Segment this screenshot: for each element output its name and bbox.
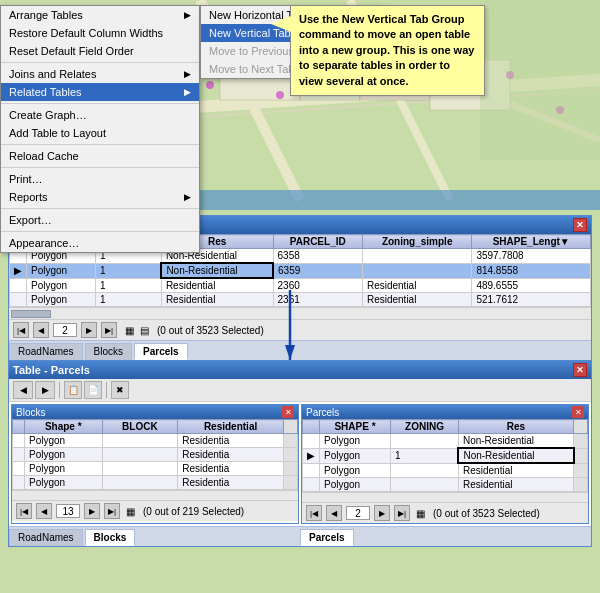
cell-scroll-placeholder	[284, 448, 298, 462]
menu-divider-6	[1, 231, 199, 232]
cell-shape-length: 521.7612	[472, 293, 591, 307]
cell-shape: Polygon	[27, 293, 96, 307]
svg-point-10	[206, 81, 214, 89]
cell-res: Non-Residential	[458, 448, 573, 463]
blocks-h-scrollbar[interactable]	[12, 490, 298, 500]
h-scrollbar-thumb[interactable]	[11, 310, 51, 318]
toolbar-btn-1[interactable]: ◀	[13, 381, 33, 399]
parcels-close-button[interactable]: ✕	[573, 218, 587, 232]
toolbar-btn-3[interactable]: 📋	[64, 381, 82, 399]
cell-residential: Residentia	[178, 448, 284, 462]
parcels-inner-title-text: Parcels	[306, 407, 339, 418]
row-indicator: ▶	[10, 263, 27, 278]
menu-item-related[interactable]: Related Tables ▶	[1, 83, 199, 101]
blocks-col-block[interactable]: BLOCK	[102, 420, 178, 434]
parcels-inner-nav-next[interactable]: ▶	[374, 505, 390, 521]
arrow-icon-4: ▶	[184, 192, 191, 202]
cell-scroll-placeholder	[574, 434, 588, 449]
tab-parcels-bottom[interactable]: Parcels	[300, 529, 354, 546]
right-tab-bar: Parcels	[300, 526, 591, 546]
blocks-nav-input[interactable]	[56, 504, 80, 518]
parcels-inner-title: Parcels ✕	[302, 405, 588, 419]
blocks-nav-first[interactable]: |◀	[16, 503, 32, 519]
blocks-title-text: Blocks	[16, 407, 45, 418]
cell-zoning	[391, 434, 459, 449]
cell-res: Residential	[161, 278, 273, 293]
menu-item-reload[interactable]: Reload Cache	[1, 147, 199, 165]
menu-item-restore-widths[interactable]: Restore Default Column Widths	[1, 24, 199, 42]
cell-shape: Polygon	[320, 478, 391, 492]
toolbar-btn-5[interactable]: ✖	[111, 381, 129, 399]
toolbar-btn-4[interactable]: 📄	[84, 381, 102, 399]
menu-item-joins[interactable]: Joins and Relates ▶	[1, 65, 199, 83]
menu-item-create-graph[interactable]: Create Graph…	[1, 106, 199, 124]
menu-item-arrange-tables[interactable]: Arrange Tables ▶	[1, 6, 199, 24]
nav-last-btn[interactable]: ▶|	[101, 322, 117, 338]
table-parcels-close-btn[interactable]: ✕	[573, 363, 587, 377]
table-parcels-title: Table - Parcels	[13, 364, 90, 376]
row-indicator	[303, 463, 320, 478]
parcels-inner-col-shape[interactable]: SHAPE *	[320, 420, 391, 434]
row-indicator	[10, 293, 27, 307]
menu-item-print[interactable]: Print…	[1, 170, 199, 188]
parcels-inner-nav-prev[interactable]: ◀	[326, 505, 342, 521]
parcels-inner-col-res[interactable]: Res	[458, 420, 573, 434]
tab-roadnames[interactable]: RoadNames	[9, 343, 83, 360]
tab-parcels[interactable]: Parcels	[134, 343, 188, 360]
parcels-h-scrollbar[interactable]	[302, 492, 588, 502]
cell-res: Non-Residential	[161, 263, 273, 278]
menu-item-appearance[interactable]: Appearance…	[1, 234, 199, 252]
cell-parcel-id: 6358	[273, 249, 362, 264]
menu-item-reset-order[interactable]: Reset Default Field Order	[1, 42, 199, 60]
col-header-shape-length[interactable]: SHAPE_Lengt▼	[472, 235, 591, 249]
nav-first-btn[interactable]: |◀	[13, 322, 29, 338]
nav-page-input[interactable]	[53, 323, 77, 337]
tab-roadnames-bottom[interactable]: RoadNames	[9, 529, 83, 546]
toolbar-btn-2[interactable]: ▶	[35, 381, 55, 399]
arrow-icon-2: ▶	[184, 69, 191, 79]
parcels-inner-nav-last[interactable]: ▶|	[394, 505, 410, 521]
parcels-inner-nav-input[interactable]	[346, 506, 370, 520]
nav-prev-btn[interactable]: ◀	[33, 322, 49, 338]
blocks-nav: |◀ ◀ ▶ ▶| ▦ (0 out of 219 Selected)	[12, 500, 298, 521]
cell-shape: Polygon	[25, 462, 103, 476]
menu-item-add-table[interactable]: Add Table to Layout	[1, 124, 199, 142]
blocks-table: Shape * BLOCK Residential Polygon Reside…	[12, 419, 298, 490]
blocks-nav-next[interactable]: ▶	[84, 503, 100, 519]
cell-scroll-placeholder	[284, 434, 298, 448]
blocks-close-btn[interactable]: ✕	[282, 406, 294, 418]
table-parcels-toolbar: ◀ ▶ 📋 📄 ✖	[9, 379, 591, 402]
parcels-inner-col-zoning[interactable]: ZONING	[391, 420, 459, 434]
cell-scroll-placeholder	[574, 478, 588, 492]
parcels-inner-table: SHAPE * ZONING Res Polygon Non-Residenti…	[302, 419, 588, 492]
cell-shape: Polygon	[320, 434, 391, 449]
cell-res: Residential	[161, 293, 273, 307]
blocks-nav-prev[interactable]: ◀	[36, 503, 52, 519]
menu-divider-5	[1, 208, 199, 209]
svg-point-11	[276, 91, 284, 99]
blocks-status: (0 out of 219 Selected)	[143, 506, 244, 517]
col-header-parcel-id[interactable]: PARCEL_ID	[273, 235, 362, 249]
row-indicator	[13, 448, 25, 462]
tab-blocks-bottom[interactable]: Blocks	[85, 529, 136, 546]
parcels-inner-close-btn[interactable]: ✕	[572, 406, 584, 418]
blocks-col-shape[interactable]: Shape *	[25, 420, 103, 434]
tab-blocks[interactable]: Blocks	[85, 343, 132, 360]
col-header-zoning-simple[interactable]: Zoning_simple	[362, 235, 471, 249]
nav-next-btn[interactable]: ▶	[81, 322, 97, 338]
menu-item-reports[interactable]: Reports ▶	[1, 188, 199, 206]
menu-divider-3	[1, 144, 199, 145]
annotation-arrow	[260, 290, 320, 370]
cell-shape: Polygon	[320, 463, 391, 478]
parcels-inner-nav-first[interactable]: |◀	[306, 505, 322, 521]
parcels-inner-col-scroll	[574, 420, 588, 434]
arrow-icon-3: ▶	[184, 87, 191, 97]
blocks-nav-last[interactable]: ▶|	[104, 503, 120, 519]
cell-zoning	[391, 478, 459, 492]
row-indicator	[10, 278, 27, 293]
menu-item-export[interactable]: Export…	[1, 211, 199, 229]
parcels-inner-status: (0 out of 3523 Selected)	[433, 508, 540, 519]
blocks-col-residential[interactable]: Residential	[178, 420, 284, 434]
parcels-inner-table-icon: ▦	[416, 508, 425, 519]
cell-zoning-simple: Residential	[362, 293, 471, 307]
